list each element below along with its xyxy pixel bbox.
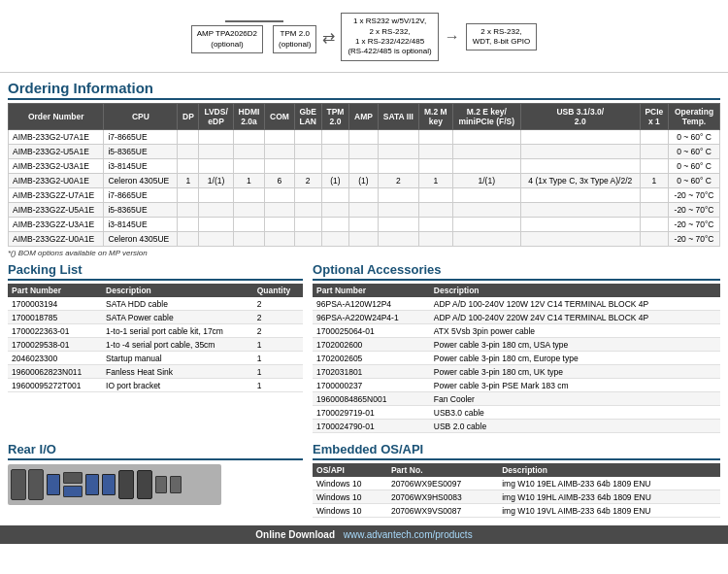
optional-row: 1702031801Power cable 3-pin 180 cm, UK t… xyxy=(313,365,720,379)
io-port-small-2 xyxy=(63,486,83,497)
ordering-cell: 1 xyxy=(233,174,265,188)
ordering-cell xyxy=(233,218,265,232)
footer-bar: Online Download www.advantech.com/produc… xyxy=(0,525,728,544)
io-port-3 xyxy=(118,470,134,499)
ordering-cell xyxy=(349,203,378,218)
ordering-cell xyxy=(640,188,669,203)
optional-cell: 19600084865N001 xyxy=(313,392,430,406)
ordering-cell: 2 xyxy=(378,174,418,188)
col-temp: OperatingTemp. xyxy=(669,104,720,130)
ordering-cell: 0 ~ 60° C xyxy=(669,130,720,145)
col-order-number: Order Number xyxy=(9,104,104,130)
ordering-row: AIMB-233G2Z-U7A1Ei7-8665UE-20 ~ 70°C xyxy=(9,188,720,203)
io-port-6 xyxy=(170,476,182,493)
optional-cell: 1702002600 xyxy=(313,338,430,352)
ordering-cell: Celeron 4305UE xyxy=(104,232,178,247)
packing-cell: 1700018785 xyxy=(8,311,102,324)
ordering-cell: 0 ~ 60° C xyxy=(669,145,720,159)
io-port-usb xyxy=(47,474,60,495)
packing-cell: Fanless Heat Sink xyxy=(102,365,253,379)
packing-list-title: Packing List xyxy=(8,259,303,281)
ordering-cell xyxy=(233,188,265,203)
ordering-cell xyxy=(199,130,233,145)
ordering-cell: AIMB-233G2-U7A1E xyxy=(9,130,104,145)
ordering-footnote: *() BOM options available on MP version xyxy=(8,247,720,259)
embedded-cell: Windows 10 xyxy=(313,477,387,490)
packing-row: 1700029538-011-to -4 serial port cable, … xyxy=(8,338,303,352)
ordering-cell: AIMB-233G2-U5A1E xyxy=(9,145,104,159)
embedded-cell: 20706WX9HS0083 xyxy=(387,490,498,504)
ordering-cell xyxy=(233,130,265,145)
packing-cell: 1-to-1 serial port cable kit, 17cm xyxy=(102,324,253,338)
ordering-cell xyxy=(452,232,520,247)
ordering-cell: -20 ~ 70°C xyxy=(669,218,720,232)
tpm-box: TPM 2.0(optional) xyxy=(273,25,316,53)
packing-table: Part Number Description Quantity 1700003… xyxy=(8,284,303,392)
col-m2e: M.2 E key/miniPCIe (F/S) xyxy=(452,104,520,130)
ordering-cell: 1/(1) xyxy=(199,174,233,188)
ordering-cell xyxy=(199,145,233,159)
optional-cell: USB3.0 cable xyxy=(430,406,720,420)
ordering-cell xyxy=(321,218,349,232)
ordering-cell xyxy=(265,159,295,174)
footer-label: Online Download xyxy=(255,529,335,540)
optional-row: 19600084865N001Fan Cooler xyxy=(313,392,720,406)
ordering-cell xyxy=(178,188,199,203)
packing-cell: 19600062823N011 xyxy=(8,365,102,379)
optional-cell: 96PSA-A220W24P4-1 xyxy=(313,311,430,324)
packing-row: 19600062823N011Fanless Heat Sink1 xyxy=(8,365,303,379)
embedded-col-os: OS/API xyxy=(313,463,387,477)
embedded-table: OS/API Part No. Description Windows 1020… xyxy=(313,463,720,518)
col-m2m: M.2 Mkey xyxy=(419,104,452,130)
col-gbe: GbELAN xyxy=(294,104,321,130)
footer-url[interactable]: www.advantech.com/products xyxy=(344,529,473,540)
ordering-cell xyxy=(419,159,452,174)
ordering-table: Order Number CPU DP LVDS/eDP HDMI2.0a CO… xyxy=(8,103,720,247)
packing-optional-row: Packing List Part Number Description Qua… xyxy=(0,259,728,439)
packing-cell: 1700022363-01 xyxy=(8,324,102,338)
ordering-cell xyxy=(265,145,295,159)
embedded-col-desc: Description xyxy=(498,463,720,477)
packing-row: 1700022363-011-to-1 serial port cable ki… xyxy=(8,324,303,338)
ordering-cell xyxy=(178,232,199,247)
optional-row: 1702002600Power cable 3-pin 180 cm, USA … xyxy=(313,338,720,352)
ordering-cell: i5-8365UE xyxy=(104,145,178,159)
ordering-cell xyxy=(419,130,452,145)
ordering-cell xyxy=(321,203,349,218)
ordering-cell xyxy=(349,188,378,203)
ordering-cell xyxy=(378,232,418,247)
optional-title: Optional Accessories xyxy=(313,259,720,281)
io-port-usb3 xyxy=(102,474,116,495)
embedded-os-section: Embedded OS/API OS/API Part No. Descript… xyxy=(313,439,720,518)
ordering-cell xyxy=(321,130,349,145)
ordering-cell xyxy=(520,130,640,145)
ordering-cell: -20 ~ 70°C xyxy=(669,203,720,218)
optional-cell: Power cable 3-pin 180 cm, USA type xyxy=(430,338,720,352)
packing-cell: 1 xyxy=(253,379,303,392)
ordering-cell: i3-8145UE xyxy=(104,218,178,232)
io-port-4 xyxy=(137,470,152,499)
io-port-1 xyxy=(11,469,26,500)
ordering-cell: i7-8665UE xyxy=(104,130,178,145)
ordering-cell: 2 xyxy=(294,174,321,188)
ordering-row: AIMB-233G2-U3A1Ei3-8145UE0 ~ 60° C xyxy=(9,159,720,174)
packing-cell: 2 xyxy=(253,324,303,338)
ordering-cell xyxy=(265,188,295,203)
embedded-cell: img W10 19HL AIMB-233 64b 1809 ENU xyxy=(498,490,720,504)
ordering-cell xyxy=(294,145,321,159)
col-tpm: TPM2.0 xyxy=(321,104,349,130)
ordering-cell xyxy=(419,232,452,247)
ordering-cell xyxy=(640,145,669,159)
ordering-cell xyxy=(199,218,233,232)
embedded-row: Windows 1020706WX9VS0087img W10 19VL AIM… xyxy=(313,504,720,518)
ordering-row: AIMB-233G2Z-U3A1Ei3-8145UE-20 ~ 70°C xyxy=(9,218,720,232)
embedded-cell: img W10 19VL AIMB-233 64b 1809 ENU xyxy=(498,504,720,518)
optional-row: 1700029719-01USB3.0 cable xyxy=(313,406,720,420)
optional-cell: 1702031801 xyxy=(313,365,430,379)
ordering-cell xyxy=(520,218,640,232)
ordering-cell xyxy=(520,188,640,203)
io-port-5 xyxy=(155,476,167,493)
col-sata: SATA III xyxy=(378,104,418,130)
ordering-cell xyxy=(520,159,640,174)
col-com: COM xyxy=(265,104,295,130)
